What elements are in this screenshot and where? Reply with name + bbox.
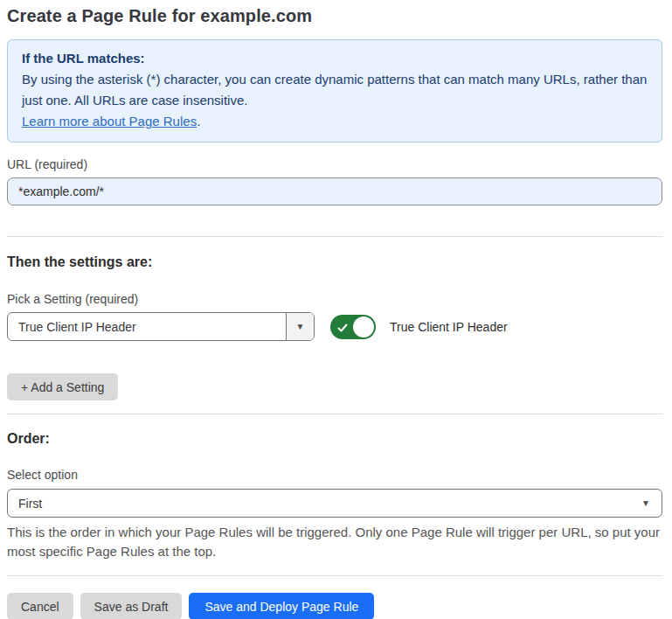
order-help-text: This is the order in which your Page Rul… <box>7 523 662 561</box>
info-box-link-line: Learn more about Page Rules. <box>22 111 648 132</box>
url-field-label: URL (required) <box>7 157 662 171</box>
toggle-label: True Client IP Header <box>390 320 508 334</box>
order-select-value: First <box>18 497 42 511</box>
check-icon <box>337 321 348 337</box>
footer-buttons: Cancel Save as Draft Save and Deploy Pag… <box>7 593 662 619</box>
chevron-down-icon: ▼ <box>296 323 305 331</box>
order-select[interactable]: First ▼ <box>7 489 662 518</box>
section-divider <box>7 414 662 414</box>
add-setting-button[interactable]: + Add a Setting <box>7 373 118 400</box>
info-box-heading: If the URL matches: <box>22 48 648 69</box>
pick-setting-label: Pick a Setting (required) <box>7 292 662 306</box>
section-divider <box>7 236 662 237</box>
learn-more-link[interactable]: Learn more about Page Rules <box>22 114 197 129</box>
toggle-wrap: True Client IP Header <box>330 315 508 339</box>
setting-dropdown-value: True Client IP Header <box>8 313 286 340</box>
footer-divider <box>7 575 662 576</box>
url-match-info-box: If the URL matches: By using the asteris… <box>7 39 662 143</box>
setting-dropdown-arrow-segment[interactable]: ▼ <box>286 313 314 340</box>
page-title: Create a Page Rule for example.com <box>7 6 662 26</box>
setting-toggle[interactable] <box>330 315 376 339</box>
setting-dropdown[interactable]: True Client IP Header ▼ <box>7 312 315 341</box>
setting-row: True Client IP Header ▼ True Client IP H… <box>7 312 662 341</box>
url-input[interactable] <box>7 177 662 205</box>
toggle-knob <box>353 316 374 337</box>
order-section-heading: Order: <box>7 431 662 447</box>
info-box-body: By using the asterisk (*) character, you… <box>22 69 648 111</box>
cancel-button[interactable]: Cancel <box>7 593 73 619</box>
save-as-draft-button[interactable]: Save as Draft <box>80 593 183 619</box>
order-select-label: Select option <box>7 468 662 482</box>
chevron-down-icon: ▼ <box>641 499 650 508</box>
save-and-deploy-button[interactable]: Save and Deploy Page Rule <box>189 593 374 619</box>
link-suffix: . <box>197 114 200 129</box>
page-rule-form: Create a Page Rule for example.com If th… <box>7 0 662 619</box>
settings-section-heading: Then the settings are: <box>7 254 662 270</box>
